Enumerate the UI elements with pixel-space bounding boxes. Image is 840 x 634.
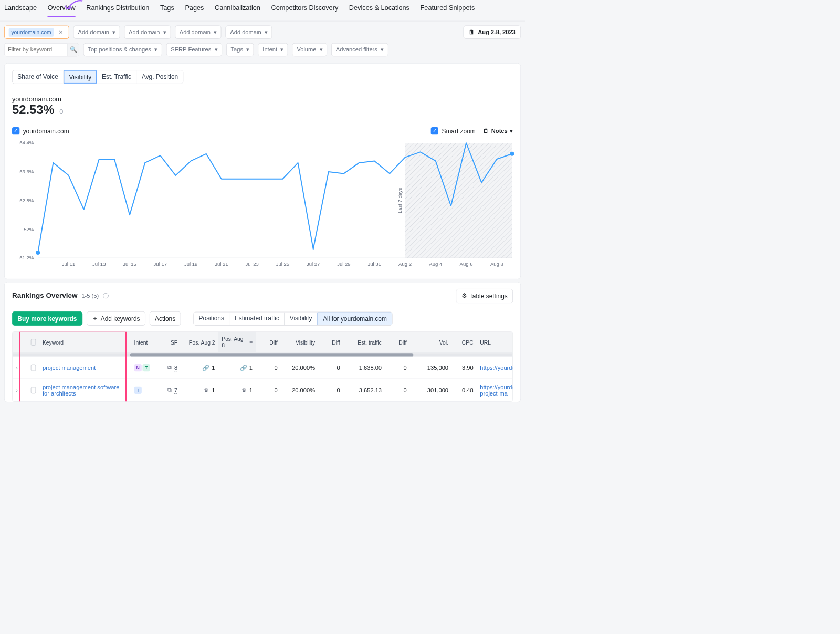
- col-intent[interactable]: Intent: [131, 332, 156, 353]
- nav-cannibalization[interactable]: Cannibalization: [215, 4, 260, 16]
- pos-aug2-value: 1: [212, 364, 215, 371]
- search-input[interactable]: [5, 44, 67, 55]
- buy-keywords-button[interactable]: Buy more keywords: [12, 311, 82, 326]
- keyword-search[interactable]: 🔍: [4, 43, 79, 56]
- advanced-filters[interactable]: Advanced filters▾: [331, 43, 388, 56]
- col-keyword[interactable]: Keyword: [39, 332, 131, 353]
- sf-count[interactable]: 7: [174, 387, 177, 393]
- view-est-traffic[interactable]: Estimated traffic: [229, 312, 285, 325]
- rankings-view-tabs: Positions Estimated traffic Visibility A…: [193, 311, 393, 325]
- rankings-subtitle: 1-5 (5): [81, 293, 99, 299]
- add-domain-4[interactable]: Add domain▾: [226, 25, 272, 38]
- svg-text:Aug 6: Aug 6: [460, 261, 473, 267]
- nav-featured-snippets[interactable]: Featured Snippets: [421, 4, 475, 16]
- pos-aug8-value: 1: [249, 364, 253, 371]
- sort-icon: ≡: [249, 339, 253, 346]
- col-pos-aug2[interactable]: Pos. Aug 2: [181, 332, 218, 353]
- add-domain-1[interactable]: Add domain▾: [74, 25, 120, 38]
- diff-value: 0: [256, 379, 281, 401]
- tab-avg-position[interactable]: Avg. Position: [136, 70, 183, 84]
- vol-value: 301,000: [410, 379, 452, 401]
- info-icon[interactable]: ⓘ: [103, 292, 109, 299]
- add-domain-3[interactable]: Add domain▾: [175, 25, 222, 38]
- col-sf[interactable]: SF: [156, 332, 181, 353]
- col-diff-3[interactable]: Diff: [385, 332, 410, 353]
- smart-zoom-toggle[interactable]: Smart zoom: [431, 127, 476, 134]
- checkbox-icon[interactable]: [12, 127, 19, 134]
- view-positions[interactable]: Positions: [194, 312, 229, 325]
- nav-tags[interactable]: Tags: [160, 4, 174, 16]
- view-all-domain[interactable]: All for yourdomain.com: [318, 312, 392, 325]
- nav-competitors-discovery[interactable]: Competitors Discovery: [271, 4, 339, 16]
- chevron-down-icon: ▾: [154, 46, 158, 53]
- svg-text:Aug 4: Aug 4: [429, 261, 443, 267]
- tags-filter[interactable]: Tags▾: [226, 43, 254, 56]
- svg-text:53.6%: 53.6%: [19, 169, 34, 174]
- col-visibility[interactable]: Visibility: [281, 332, 318, 353]
- add-domain-2[interactable]: Add domain▾: [124, 25, 171, 38]
- nav-devices-locations[interactable]: Devices & Locations: [349, 4, 410, 16]
- h-scrollbar[interactable]: [13, 353, 512, 356]
- col-url[interactable]: URL: [477, 332, 500, 353]
- serp-icon[interactable]: ⧉: [167, 364, 172, 371]
- est-traffic-value: 3,652.13: [343, 379, 385, 401]
- note-icon: 🗒: [483, 128, 489, 134]
- date-range-picker[interactable]: 🗓 Aug 2-8, 2023: [463, 25, 521, 38]
- svg-text:Jul 25: Jul 25: [276, 261, 289, 267]
- svg-text:Jul 21: Jul 21: [215, 261, 228, 267]
- expand-icon[interactable]: ›: [16, 387, 18, 393]
- select-all-checkbox[interactable]: [31, 339, 36, 346]
- tab-share-of-voice[interactable]: Share of Voice: [13, 70, 64, 84]
- keyword-link[interactable]: project management software for architec…: [43, 383, 128, 397]
- link-icon: 🔗: [202, 364, 209, 371]
- close-icon[interactable]: ✕: [57, 28, 65, 36]
- rankings-title: Rankings Overview: [12, 292, 77, 300]
- checkbox-icon[interactable]: [431, 127, 438, 134]
- chevron-down-icon: ▾: [112, 29, 116, 36]
- tab-est-traffic[interactable]: Est. Traffic: [97, 70, 137, 84]
- tab-visibility[interactable]: Visibility: [64, 70, 97, 84]
- col-diff-2[interactable]: Diff: [318, 332, 343, 353]
- svg-text:Jul 11: Jul 11: [62, 261, 75, 267]
- nav-pages[interactable]: Pages: [185, 4, 204, 16]
- top-positions-filter[interactable]: Top positions & changes▾: [83, 43, 162, 56]
- actions-menu[interactable]: Actions: [150, 311, 181, 326]
- domain-chip[interactable]: yourdomain.com ✕: [4, 25, 69, 38]
- serp-icon[interactable]: ⧉: [167, 387, 172, 393]
- col-diff-1[interactable]: Diff: [256, 332, 281, 353]
- col-cpc[interactable]: CPC: [452, 332, 477, 353]
- chevron-down-icon: ▾: [381, 46, 384, 53]
- intent-filter[interactable]: Intent▾: [258, 43, 288, 56]
- nav-rankings-distribution[interactable]: Rankings Distribution: [86, 4, 149, 16]
- legend-domain[interactable]: yourdomain.com: [12, 127, 69, 134]
- col-pos-aug8[interactable]: Pos. Aug 8≡: [218, 332, 256, 353]
- volume-filter[interactable]: Volume▾: [292, 43, 327, 56]
- annotation-arrow: [61, 0, 87, 15]
- expand-icon[interactable]: ›: [16, 364, 18, 371]
- serp-features-filter[interactable]: SERP Features▾: [166, 43, 222, 56]
- intent-badge-N: N: [134, 364, 142, 371]
- notes-menu[interactable]: 🗒 Notes ▾: [483, 128, 513, 134]
- add-keywords-button[interactable]: ＋ Add keywords: [87, 311, 145, 326]
- date-label: Aug 2-8, 2023: [478, 29, 516, 36]
- svg-text:54.4%: 54.4%: [19, 140, 34, 145]
- nav-landscape[interactable]: Landscape: [4, 4, 37, 16]
- diff-value: 0: [318, 357, 343, 379]
- svg-text:51.2%: 51.2%: [19, 255, 34, 261]
- col-vol[interactable]: Vol.: [410, 332, 452, 353]
- sf-count[interactable]: 8: [174, 364, 177, 371]
- chevron-down-icon: ▾: [280, 46, 284, 53]
- metric-value: 52.53%: [12, 103, 55, 117]
- table-header: Keyword Intent SF Pos. Aug 2 Pos. Aug 8≡…: [13, 332, 512, 353]
- view-visibility[interactable]: Visibility: [285, 312, 318, 325]
- search-icon[interactable]: 🔍: [67, 44, 79, 56]
- url-link[interactable]: https://yourdomain.com...-project-ma: [480, 383, 513, 397]
- url-link[interactable]: https://yourdomain.com/: [480, 364, 513, 371]
- keyword-link[interactable]: project management: [43, 364, 96, 371]
- col-est-traffic[interactable]: Est. traffic: [343, 332, 385, 353]
- table-settings-button[interactable]: ⚙ Table settings: [456, 289, 513, 303]
- row-checkbox[interactable]: [31, 387, 36, 393]
- row-checkbox[interactable]: [31, 364, 36, 371]
- chart-legend-row: yourdomain.com Smart zoom 🗒 Notes ▾: [12, 127, 513, 134]
- metric-tabs: Share of Voice Visibility Est. Traffic A…: [12, 70, 183, 84]
